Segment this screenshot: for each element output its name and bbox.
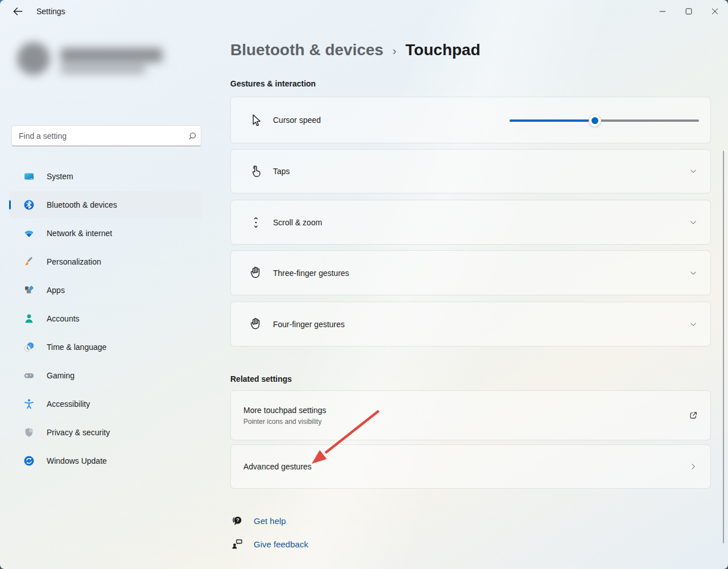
search-box <box>11 125 201 146</box>
network-icon <box>23 228 35 239</box>
sidebar-item-label: Gaming <box>47 371 75 380</box>
chevron-right-icon <box>688 461 699 472</box>
apps-icon <box>23 284 35 296</box>
sidebar-item-label: System <box>47 172 73 181</box>
search-icon[interactable] <box>184 131 201 141</box>
sidebar-item-apps[interactable]: Apps <box>9 277 202 304</box>
section-related-settings: Related settings <box>230 374 292 384</box>
time-language-icon <box>23 341 35 353</box>
sidebar-item-gaming[interactable]: Gaming <box>9 362 202 389</box>
three-finger-gestures-label: Three-finger gestures <box>273 269 349 278</box>
advanced-gestures-card[interactable]: Advanced gestures <box>230 444 711 489</box>
advanced-gestures-label: Advanced gestures <box>243 462 312 471</box>
sidebar-item-personalization[interactable]: Personalization <box>9 248 202 275</box>
scroll-zoom-card[interactable]: Scroll & zoom <box>230 200 711 245</box>
more-touchpad-text: More touchpad settings Pointer icons and… <box>243 406 326 426</box>
tap-icon <box>248 163 264 179</box>
sidebar-item-label: Windows Update <box>47 456 107 465</box>
get-help-link[interactable]: ? Get help <box>230 514 286 527</box>
sidebar-item-label: Accessibility <box>47 399 90 409</box>
feedback-person-icon <box>230 537 244 551</box>
give-feedback-link[interactable]: Give feedback <box>230 537 308 551</box>
hand-icon <box>248 316 264 332</box>
windows-update-icon <box>23 455 35 467</box>
minimize-icon <box>657 6 668 17</box>
get-help-label: Get help <box>254 516 286 526</box>
accounts-icon <box>23 313 35 324</box>
window-controls <box>650 0 728 23</box>
sidebar: System Bluetooth & devices Network & int… <box>0 23 216 569</box>
privacy-shield-icon <box>23 427 35 438</box>
breadcrumb-separator-icon: › <box>392 44 396 57</box>
cursor-speed-label: Cursor speed <box>273 116 321 125</box>
sidebar-item-label: Time & language <box>47 343 106 352</box>
sidebar-item-privacy-security[interactable]: Privacy & security <box>9 419 202 446</box>
maximize-icon <box>684 6 694 17</box>
advanced-gestures-text: Advanced gestures <box>243 462 312 471</box>
blurred-profile-info <box>6 35 193 90</box>
scroll-icon <box>248 215 264 230</box>
breadcrumb-parent[interactable]: Bluetooth & devices <box>230 41 383 59</box>
three-finger-gestures-card[interactable]: Three-finger gestures <box>230 250 711 295</box>
chevron-down-icon <box>688 217 699 228</box>
sidebar-nav: System Bluetooth & devices Network & int… <box>9 163 202 476</box>
cursor-speed-card: Cursor speed <box>230 97 711 143</box>
chevron-down-icon <box>688 319 699 330</box>
settings-window: Settings <box>0 0 728 569</box>
sidebar-item-time-language[interactable]: Time & language <box>9 333 202 361</box>
hand-icon <box>248 265 264 281</box>
maximize-button[interactable] <box>676 0 702 23</box>
external-link-icon <box>688 410 699 421</box>
main-content: Bluetooth & devices › Touchpad Gestures … <box>230 0 711 569</box>
scrollbar[interactable] <box>723 151 724 543</box>
sidebar-item-accounts[interactable]: Accounts <box>9 305 202 332</box>
breadcrumb: Bluetooth & devices › Touchpad <box>230 41 481 59</box>
cursor-speed-slider-thumb[interactable] <box>589 114 601 127</box>
cursor-speed-slider[interactable] <box>510 118 699 123</box>
more-touchpad-title: More touchpad settings <box>243 406 326 415</box>
more-touchpad-settings-card[interactable]: More touchpad settings Pointer icons and… <box>230 390 711 440</box>
give-feedback-label: Give feedback <box>254 539 308 549</box>
sidebar-item-label: Bluetooth & devices <box>47 200 117 209</box>
search-input[interactable] <box>12 131 184 141</box>
taps-card[interactable]: Taps <box>230 149 711 193</box>
close-button[interactable] <box>702 0 728 23</box>
sidebar-item-system[interactable]: System <box>9 163 202 190</box>
help-bubble-icon: ? <box>230 514 244 527</box>
four-finger-gestures-label: Four-finger gestures <box>273 320 345 329</box>
sidebar-item-label: Apps <box>47 286 65 295</box>
personalization-icon <box>23 256 35 267</box>
system-icon <box>23 171 35 182</box>
cursor-icon <box>248 112 264 128</box>
accessibility-icon <box>23 398 35 410</box>
sidebar-item-bluetooth-devices[interactable]: Bluetooth & devices <box>9 191 202 218</box>
taps-label: Taps <box>273 167 290 176</box>
sidebar-item-network-internet[interactable]: Network & internet <box>9 220 202 247</box>
minimize-button[interactable] <box>650 0 676 23</box>
user-name-redacted <box>60 48 163 63</box>
gaming-icon <box>23 370 35 381</box>
window-title: Settings <box>36 0 65 23</box>
close-icon <box>710 6 720 17</box>
sidebar-item-label: Network & internet <box>47 229 112 238</box>
back-button[interactable] <box>8 2 27 20</box>
section-gestures-interaction: Gestures & interaction <box>230 79 316 88</box>
user-profile[interactable] <box>6 35 193 90</box>
bluetooth-icon <box>23 199 35 211</box>
sidebar-item-label: Accounts <box>47 314 80 323</box>
user-email-redacted <box>60 65 146 74</box>
sidebar-item-label: Privacy & security <box>47 428 110 437</box>
scroll-zoom-label: Scroll & zoom <box>273 218 322 227</box>
titlebar: Settings <box>0 0 728 23</box>
sidebar-item-label: Personalization <box>47 257 101 266</box>
sidebar-item-windows-update[interactable]: Windows Update <box>9 447 202 475</box>
four-finger-gestures-card[interactable]: Four-finger gestures <box>230 302 711 347</box>
chevron-down-icon <box>688 166 699 177</box>
more-touchpad-subtitle: Pointer icons and visibility <box>243 418 326 426</box>
svg-text:?: ? <box>236 517 239 523</box>
sidebar-item-accessibility[interactable]: Accessibility <box>9 390 202 418</box>
back-arrow-icon <box>11 5 24 18</box>
avatar <box>17 42 50 75</box>
chevron-down-icon <box>688 267 699 279</box>
cursor-speed-slider-fill <box>510 119 595 122</box>
